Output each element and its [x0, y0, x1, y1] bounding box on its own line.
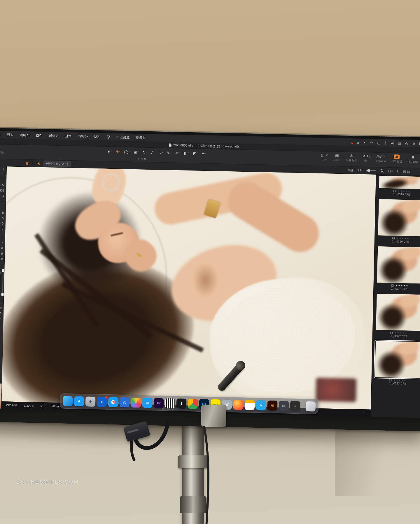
thumbnail-image[interactable] [375, 341, 420, 378]
dock-icon-telegram[interactable]: ➤ [256, 400, 266, 410]
rating-dots[interactable]: ⋯⋯ [361, 411, 366, 414]
dock-icon-display-app[interactable]: ▭ [279, 401, 289, 411]
auto-adjust-button[interactable]: ✦자동조정 [0, 146, 5, 154]
dock-icon-app-store[interactable]: A [74, 396, 84, 407]
dock-icon-capture-camera[interactable]: ● [97, 397, 107, 407]
thumb-checkbox[interactable] [390, 332, 393, 334]
filmstrip-cell[interactable]: ★ ★ ★ ★ ★01_0321.CR3 [377, 246, 420, 291]
cloud-icon[interactable]: ☁ [356, 141, 360, 144]
star-rating[interactable]: ★ ★ ★ ★ ★ [397, 237, 409, 240]
thumb-checkbox[interactable] [389, 379, 391, 381]
cursor-tool[interactable]: ➤˅ [106, 149, 113, 154]
dock-icon-record[interactable]: ● [290, 401, 300, 411]
dock-icon-notes[interactable] [245, 400, 255, 410]
before-after-button[interactable]: ◫ ˅이전 [321, 153, 328, 162]
dock-icon-firefox[interactable] [233, 400, 244, 410]
thumb-checkbox[interactable] [391, 284, 393, 287]
thumbnail-image[interactable] [378, 199, 420, 236]
volume-icon[interactable]: ◀ [391, 142, 393, 145]
zoom-slider[interactable] [366, 170, 376, 171]
dock-icon-illustrator[interactable]: Ai [267, 401, 278, 411]
menu-파일[interactable]: 파일 [0, 132, 1, 137]
edit-selected-button[interactable]: ▰선택 편집 [391, 154, 402, 163]
dock-icon-photos[interactable]: ○ [131, 398, 141, 408]
filmstrip-cell[interactable]: ★ ★ ★ ★ ★01_0323.CR3 [374, 341, 420, 385]
straighten-tool[interactable]: ╱˅ [150, 150, 155, 155]
dock-icon-chrome[interactable]: ● [188, 399, 198, 409]
eye-icon[interactable] [388, 170, 393, 173]
viewer-toggle-icon[interactable]: ▭ [32, 161, 35, 165]
select-checkbox[interactable] [356, 412, 358, 414]
menu-레이어[interactable]: 레이어 [49, 133, 59, 138]
star-rating[interactable]: ★ ★ ★ ★ ★ [398, 190, 410, 192]
dock-icon-capture-one[interactable]: 1 [176, 398, 187, 409]
dock-icon-garageband[interactable] [165, 398, 175, 408]
thumbnail-image[interactable] [379, 176, 420, 189]
hand-tool[interactable]: ✚˅ [115, 149, 121, 154]
add-layer-button[interactable]: + [74, 162, 76, 166]
filmstrip-cell[interactable]: ★ ★ ★ ★ ★01_0322.CR3 [376, 294, 420, 338]
menu-도움말[interactable]: 도움말 [136, 135, 146, 140]
clock-icon[interactable]: ◷ [405, 142, 408, 145]
record-target-icon[interactable]: ⊙ [370, 141, 373, 144]
star-rating[interactable]: ★ ★ ★ ★ ★ [396, 285, 408, 287]
brush-tool[interactable]: ✐˅ [174, 150, 181, 156]
menu-스크립트[interactable]: 스크립트 [116, 135, 130, 140]
path-tool[interactable]: ∿˅ [158, 150, 164, 156]
dock-icon-premiere[interactable]: Pr [154, 398, 164, 408]
menu-편집[interactable]: 편집 [7, 133, 13, 137]
restore-icon[interactable]: ◐ [364, 141, 366, 144]
heal-tool[interactable]: ✛˅ [201, 151, 207, 156]
layer-selector[interactable]: 이미지 레이어 ▲▼ [44, 161, 71, 167]
zoom-icon[interactable] [380, 169, 384, 173]
thumb-checkbox[interactable] [392, 237, 395, 239]
exposure-warning-button[interactable]: ⚠노출 경고 [346, 154, 357, 163]
filmstrip-cell[interactable]: ★ ★ ★ ★ ★01_0320.CR3 [378, 199, 420, 243]
menu-이미지[interactable]: 이미지 [20, 133, 30, 137]
display-icon[interactable]: ▢ [377, 141, 380, 144]
menu-카메라[interactable]: 카메라 [78, 134, 88, 139]
filmstrip-cell[interactable]: ★ ★ ★ ★ ★01_0319.CR3 [379, 176, 420, 196]
panel-menu-icons[interactable]: ⋮ [0, 167, 5, 171]
zoom-out-icon[interactable] [358, 169, 362, 172]
dock-icon-mail[interactable]: ✉ [142, 398, 153, 408]
exposure-section-icons[interactable]: ✎↶↷▤⋯ [0, 206, 4, 209]
grid-button[interactable]: ▦그리드 [333, 153, 341, 162]
stepper-icon[interactable]: ▲▼ [66, 162, 69, 166]
stage-manager-icon[interactable]: ▤ [398, 142, 401, 145]
dock-icon-trash[interactable] [306, 401, 316, 412]
eraser-tool[interactable]: ◧˅ [183, 150, 190, 156]
main-photo[interactable] [2, 166, 376, 409]
star-rating[interactable]: ★ ★ ★ ★ ★ [393, 379, 406, 382]
dock-icon-safari[interactable]: ◥ [108, 397, 118, 407]
color-section-icons[interactable]: ↶↷▤⋯ [0, 301, 2, 304]
menu-선택[interactable]: 선택 [65, 134, 71, 138]
pen-tool[interactable]: ✎˅ [166, 150, 172, 156]
brush-icon[interactable]: ✐ [0, 317, 1, 320]
crop-tool[interactable]: ▣˅ [133, 149, 140, 155]
fit-dropdown[interactable]: 맞춤 [348, 168, 354, 172]
panel-undo-icons[interactable]: ↶↷⋯ [0, 172, 5, 175]
menu-조정[interactable]: 조정 [36, 133, 43, 137]
gradient-tool[interactable]: ◩˅ [192, 151, 199, 156]
thumb-checkbox[interactable] [393, 190, 396, 192]
pause-icon[interactable]: ‖ [397, 170, 398, 173]
rotate-tool[interactable]: ↻˅ [141, 149, 148, 155]
capture-one-status-icon[interactable]: ◔ [350, 140, 352, 144]
loupe-tool[interactable]: ◯˅ [123, 149, 131, 155]
wb-section-icons[interactable]: ✎↶↷▤⋯ [0, 179, 4, 182]
hdr-section-icons[interactable]: ✎↶↷▤⋯ [0, 236, 3, 239]
wb-eyedropper-icon[interactable]: ✎ [2, 184, 4, 187]
curve-section-icons[interactable]: ↶↷▤⋯ [0, 326, 1, 330]
siri-icon[interactable]: ⊕ [412, 142, 415, 145]
levels-section-icons[interactable]: ✎↶↷▤⋯ [0, 266, 1, 269]
proof-view-icon[interactable]: ◉ [37, 161, 40, 165]
dock-icon-capture-pilot[interactable]: ◎ [120, 397, 130, 408]
thumbnail-image[interactable] [376, 294, 420, 331]
my-capture-button[interactable]: ☻내 Captur [407, 155, 418, 164]
bluetooth-icon[interactable]: ᛒ [385, 141, 387, 145]
browser-grid-icon[interactable]: ▦ [25, 161, 29, 165]
dock-icon-settings[interactable]: ⚙ [85, 396, 96, 407]
star-rating[interactable]: ★ ★ ★ ★ ★ [395, 332, 407, 334]
menu-창[interactable]: 창 [107, 135, 110, 139]
